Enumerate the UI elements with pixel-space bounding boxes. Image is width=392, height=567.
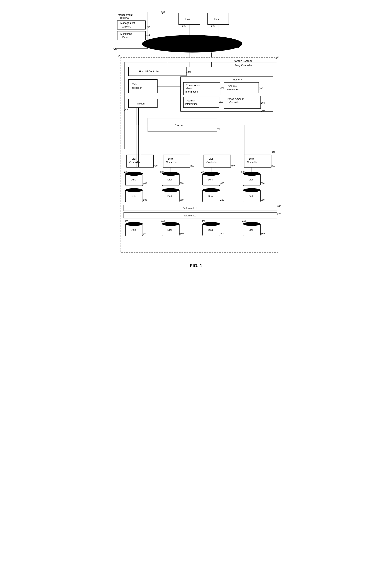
disk-ctrl4-label: Disk: [249, 157, 254, 160]
ref-400d: 400: [272, 164, 275, 167]
memory-label: Memory: [233, 78, 242, 81]
ref-200: 200: [262, 110, 265, 112]
figure-caption: FIG. 1: [109, 263, 283, 268]
disk1-2-top: [125, 188, 143, 192]
disk2-1-label: Disk: [168, 178, 173, 181]
array-controller-label: Array Controller: [235, 64, 252, 67]
ref-600-bl2: 600: [143, 232, 147, 235]
journal-info-label2: Information: [185, 103, 198, 105]
disk4-2-label: Disk: [249, 195, 253, 198]
disk3-2-top: [202, 188, 220, 192]
ref-202: 202: [259, 87, 263, 90]
cache-label: Cache: [175, 124, 183, 127]
ref-600a: 600: [143, 182, 147, 184]
management-terminal-label: Management: [118, 14, 133, 16]
disk4-2-top: [243, 188, 260, 192]
ref-600-bl1: 600: [125, 220, 128, 223]
disk-ctrl1-label: Disk: [131, 157, 137, 160]
san-label: SAN: [187, 42, 194, 46]
cg-info-label: Consistency: [186, 84, 200, 87]
ref-600e: 600: [220, 182, 224, 184]
disk-b3-1-label: Disk: [208, 228, 213, 231]
ref-110: 110: [272, 151, 276, 153]
monitoring-data-label2: Data: [122, 36, 127, 39]
management-terminal-label2: Terminal: [120, 16, 129, 19]
disk-ctrl4-label2: Controller: [247, 161, 258, 164]
ref-600f: 600: [220, 199, 224, 201]
disk3-2-label: Disk: [208, 195, 213, 198]
disk1-2-label: Disk: [131, 195, 136, 198]
disk-b1-1-label: Disk: [131, 228, 136, 231]
ref-204: 204: [261, 102, 265, 104]
ref-400b: 400: [191, 164, 194, 167]
ref-400a: 400: [154, 164, 158, 167]
management-software-label: Management: [120, 22, 135, 24]
ref-113: 113: [188, 71, 192, 73]
ref-600-bl8: 600: [261, 232, 265, 235]
volume-lu1-label: Volume (LU): [183, 207, 197, 210]
disk-b2-1-top: [162, 222, 180, 226]
disk-ctrl3-label2: Controller: [207, 161, 217, 164]
ref-600-bl5: 600: [202, 220, 206, 223]
ref-300-arrow: [217, 128, 217, 130]
main-processor-label: Main: [132, 83, 138, 86]
ref-400c: 400: [231, 164, 235, 167]
disk-b2-1-label: Disk: [168, 228, 173, 231]
vol-info-box: [224, 82, 259, 93]
cg-info-label3: Information: [185, 90, 198, 93]
ref-602a: 602: [277, 205, 281, 207]
ref-203: 203: [220, 101, 224, 103]
ref-600-bl3: 600: [161, 220, 165, 223]
disk-ctrl3-label: Disk: [209, 157, 213, 160]
host2-label: Host: [214, 18, 220, 21]
ref-903: 903: [161, 11, 165, 13]
disk-b1-1-top: [125, 222, 143, 226]
ref-520: 520: [113, 47, 117, 50]
diagram-area: text { font-family: Arial, sans-serif; f…: [109, 8, 283, 259]
ref-600-bl6: 600: [221, 232, 224, 235]
volume-lu1-box: [124, 205, 277, 211]
ref-100: 100: [276, 56, 279, 59]
volume-lu2-box: [124, 212, 277, 218]
ref-300: 300: [217, 128, 220, 131]
ref-600-bl4: 600: [180, 232, 184, 235]
disk-ctrl2-label2: Controller: [166, 161, 177, 164]
ref-600c: 600: [180, 182, 184, 184]
host1-label: Host: [185, 18, 191, 21]
vol-info-label: Volume: [228, 85, 237, 88]
disk3-1-label: Disk: [208, 178, 213, 181]
ref-201: 201: [221, 87, 224, 90]
ref-600-bl7: 600: [242, 220, 246, 223]
disk1-1-label: Disk: [131, 178, 136, 181]
journal-info-label: Journal: [186, 99, 195, 102]
ref-602b: 602: [277, 212, 281, 215]
vol-info-label2: Information: [226, 88, 239, 91]
disk-b4-1-label: Disk: [249, 228, 253, 231]
ref-600h: 600: [261, 199, 265, 201]
diagram-svg: text { font-family: Arial, sans-serif; f…: [109, 8, 283, 259]
host-if-label: Host I/F Controller: [139, 70, 159, 73]
period-amount-label2: Information: [228, 101, 240, 104]
disk-ctrl2-label: Disk: [168, 157, 173, 160]
page-container: text { font-family: Arial, sans-serif; f…: [105, 4, 287, 272]
journal-info-box: [183, 97, 219, 108]
disk4-1-label: Disk: [249, 178, 253, 181]
period-amount-label: Period-Amount: [227, 98, 244, 100]
main-processor-box: [129, 80, 157, 93]
switch-label: Switch: [137, 102, 145, 105]
volume-lu2-label: Volume (LU): [183, 214, 197, 217]
ref-600g: 600: [261, 182, 265, 184]
cg-info-label2: Group: [186, 87, 193, 90]
disk-b4-1-top: [243, 222, 260, 226]
ref-600d: 600: [180, 199, 184, 201]
ref-600b: 600: [143, 199, 147, 201]
main-processor-label2: Processor: [130, 87, 142, 89]
storage-system-label: Storage System: [233, 60, 252, 62]
disk2-2-label: Disk: [168, 195, 173, 198]
disk-b3-1-top: [202, 222, 220, 226]
management-software-label2: software: [122, 25, 131, 28]
disk2-2-top: [162, 188, 180, 192]
monitoring-data-label: Monitoring: [120, 32, 132, 35]
